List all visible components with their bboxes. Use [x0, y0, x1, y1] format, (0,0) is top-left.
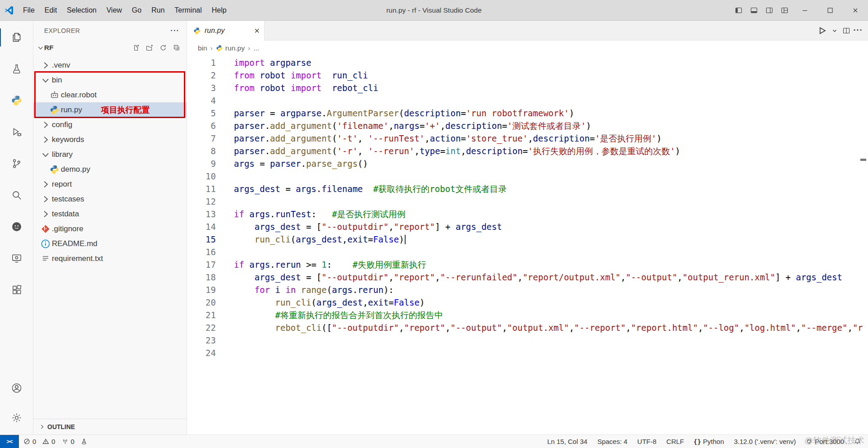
activitybar-extensions[interactable]	[0, 274, 33, 306]
code-line-7[interactable]: 7parser.add_argument('-t', '--runTest',a…	[187, 132, 868, 145]
menu-run[interactable]: Run	[146, 0, 169, 20]
code-line-10[interactable]: 10	[187, 170, 868, 183]
line-number[interactable]: 20	[187, 296, 216, 309]
run-dropdown[interactable]	[831, 27, 838, 34]
encoding[interactable]: UTF-8	[637, 438, 657, 445]
line-number[interactable]: 4	[187, 94, 216, 107]
activitybar-testing[interactable]	[0, 53, 33, 85]
tree-item-requirement-txt[interactable]: requirement.txt	[33, 251, 187, 266]
tree-item-keywords[interactable]: keywords	[33, 132, 187, 147]
tree-item-clear-robot[interactable]: clear.robot	[33, 87, 187, 102]
tree-item-venv[interactable]: .venv	[33, 58, 187, 73]
indentation[interactable]: Spaces: 4	[597, 438, 627, 445]
code-line-15[interactable]: 15 run_cli(args_dest,exit=False)	[187, 233, 868, 246]
code-line-23[interactable]: 23	[187, 334, 868, 347]
line-number[interactable]: 17	[187, 258, 216, 271]
code-line-11[interactable]: 11args_dest = args.filename #获取待执行的robot…	[187, 183, 868, 195]
notifications[interactable]	[854, 438, 861, 445]
customize-layout[interactable]	[777, 0, 792, 20]
code-line-18[interactable]: 18 args_dest = ["--outputdir","report","…	[187, 271, 868, 283]
line-number[interactable]: 7	[187, 132, 216, 145]
language-mode[interactable]: {}Python	[694, 438, 724, 445]
code-line-4[interactable]: 4	[187, 94, 868, 107]
code-line-22[interactable]: 22 rebot_cli(["--outputdir","report","--…	[187, 321, 868, 334]
tree-item-report[interactable]: report	[33, 177, 187, 192]
remote-indicator[interactable]: ><	[0, 435, 19, 448]
activitybar-manage[interactable]	[0, 403, 33, 433]
editor-more-actions[interactable]: ···	[854, 27, 862, 34]
minimize-button[interactable]	[792, 0, 818, 20]
line-number[interactable]: 11	[187, 183, 216, 195]
menu-help[interactable]: Help	[207, 0, 232, 20]
tab-run-py[interactable]: run.py ×	[187, 21, 265, 41]
code-line-2[interactable]: 2from robot import run_cli	[187, 69, 868, 82]
tree-item-demo-py[interactable]: demo.py	[33, 162, 187, 177]
testing-status[interactable]	[81, 438, 87, 445]
line-number[interactable]: 16	[187, 246, 216, 258]
explorer-section-header[interactable]: RF	[33, 41, 187, 55]
code-line-20[interactable]: 20 run_cli(args_dest,exit=False)	[187, 296, 868, 309]
tree-item-readme-md[interactable]: README.md	[33, 236, 187, 251]
close-tab-icon[interactable]: ×	[254, 26, 260, 35]
problems-warnings[interactable]: 0	[42, 438, 55, 445]
line-number[interactable]: 18	[187, 271, 216, 283]
breadcrumb-item-bin[interactable]: bin	[198, 44, 207, 52]
refresh-explorer-icon[interactable]	[160, 44, 167, 51]
maximize-button[interactable]	[818, 0, 843, 20]
tree-item-testdata[interactable]: testdata	[33, 206, 187, 221]
code-line-8[interactable]: 8parser.add_argument('-r', '--rerun',typ…	[187, 145, 868, 157]
code-line-24[interactable]: 24	[187, 347, 868, 359]
code-line-17[interactable]: 17if args.rerun >= 1: #失败用例重新执行	[187, 258, 868, 271]
code-line-5[interactable]: 5parser = argparse.ArgumentParser(descri…	[187, 107, 868, 119]
port[interactable]: Port:3000	[806, 438, 844, 445]
line-number[interactable]: 13	[187, 208, 216, 220]
forwarded-ports[interactable]: 0	[62, 438, 74, 445]
code-line-13[interactable]: 13if args.runTest: #是否执行测试用例	[187, 208, 868, 220]
eol-sequence[interactable]: CRLF	[667, 438, 684, 445]
line-number[interactable]: 3	[187, 82, 216, 94]
run-python-file[interactable]	[818, 26, 827, 35]
collapse-folders-icon[interactable]	[173, 44, 180, 51]
code-line-19[interactable]: 19 for i in range(args.rerun):	[187, 283, 868, 296]
menu-file[interactable]: File	[18, 0, 40, 20]
cursor-position[interactable]: Ln 15, Col 34	[547, 438, 587, 445]
new-folder-icon[interactable]	[146, 44, 153, 51]
tree-item-bin[interactable]: bin	[33, 73, 187, 87]
code-line-9[interactable]: 9args = parser.parse_args()	[187, 157, 868, 170]
tree-item-run-py[interactable]: run.py项目执行配置	[33, 102, 187, 117]
toggle-panel[interactable]	[746, 0, 762, 20]
code-line-14[interactable]: 14 args_dest = ["--outputdir","report"] …	[187, 220, 868, 233]
activitybar-search[interactable]	[0, 179, 33, 211]
breadcrumb-item--[interactable]: ...	[253, 44, 259, 52]
code-area[interactable]: 1import argparse2from robot import run_c…	[187, 55, 868, 434]
tree-item-testcases[interactable]: testcases	[33, 192, 187, 206]
activitybar-python-extension[interactable]	[0, 85, 33, 116]
line-number[interactable]: 19	[187, 283, 216, 296]
breadcrumb-item-run-py[interactable]: run.py	[216, 44, 245, 52]
activitybar-source-control[interactable]	[0, 148, 33, 179]
activitybar-explorer[interactable]	[0, 22, 33, 53]
tree-item-library[interactable]: library	[33, 147, 187, 162]
python-interpreter[interactable]: 3.12.0 ('.venv': venv)	[734, 438, 795, 445]
menu-go[interactable]: Go	[127, 0, 146, 20]
code-line-6[interactable]: 6parser.add_argument('filename',nargs='+…	[187, 119, 868, 132]
menu-selection[interactable]: Selection	[62, 0, 101, 20]
problems-errors[interactable]: 0	[23, 438, 36, 445]
line-number[interactable]: 15	[187, 233, 216, 246]
activitybar-robot-framework-extension[interactable]	[0, 211, 33, 242]
activitybar-accounts[interactable]	[0, 373, 33, 403]
explorer-more-actions-icon[interactable]: ···	[170, 26, 179, 35]
line-number[interactable]: 8	[187, 145, 216, 157]
line-number[interactable]: 10	[187, 170, 216, 183]
split-editor[interactable]	[843, 27, 850, 34]
close-button[interactable]	[843, 0, 868, 20]
tree-item-gitignore[interactable]: .gitignore	[33, 221, 187, 236]
line-number[interactable]: 5	[187, 107, 216, 119]
line-number[interactable]: 23	[187, 334, 216, 347]
line-number[interactable]: 2	[187, 69, 216, 82]
toggle-primary-sidebar[interactable]	[731, 0, 746, 20]
activitybar-remote-explorer[interactable]	[0, 242, 33, 274]
tree-item-config[interactable]: config	[33, 117, 187, 132]
line-number[interactable]: 24	[187, 347, 216, 359]
new-file-icon[interactable]	[132, 44, 140, 51]
